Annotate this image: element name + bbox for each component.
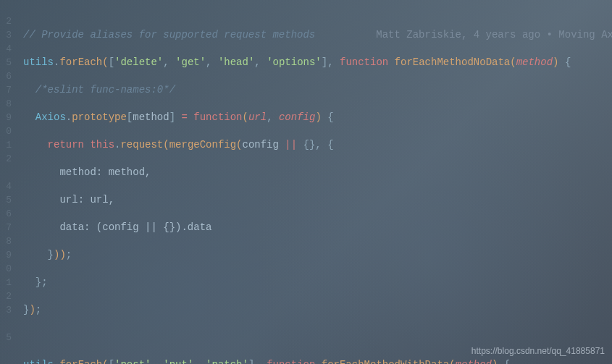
code-line: utils.forEach(['delete', 'get', 'head', …: [23, 56, 612, 69]
git-blame: Matt Zabriskie, 4 years ago • Moving Axi…: [315, 29, 612, 41]
code-line: }));: [23, 248, 612, 262]
line-number: 2: [0, 289, 12, 303]
code-editor: 2 3 4 5 6 7 8 9 0 1 2 4 5 6 7 8 9 0 1 2 …: [0, 0, 612, 364]
line-number: 6: [0, 69, 12, 83]
line-number: 1: [0, 138, 12, 152]
line-number: 8: [0, 234, 12, 248]
line-number: 7: [0, 83, 12, 97]
line-number: [0, 166, 12, 179]
line-number: 4: [0, 179, 12, 193]
code-line: /*eslint func-names:0*/: [23, 83, 612, 97]
code-line: // Provide aliases for supported request…: [23, 28, 612, 42]
line-number: 6: [0, 207, 12, 221]
line-number: 4: [0, 42, 12, 56]
line-number: 1: [0, 276, 12, 289]
line-number: 0: [0, 262, 12, 276]
line-number: 5: [0, 193, 12, 207]
line-number: 5: [0, 56, 12, 69]
code-line: });: [23, 303, 612, 317]
code-content[interactable]: // Provide aliases for supported request…: [13, 0, 612, 364]
line-number: 8: [0, 97, 12, 111]
line-number: 0: [0, 124, 12, 138]
watermark-text: https://blog.csdn.net/qq_41885871: [471, 344, 605, 358]
line-number: 3: [0, 303, 12, 317]
line-number: 5: [0, 331, 12, 344]
code-line: [23, 331, 612, 344]
line-gutter: 2 3 4 5 6 7 8 9 0 1 2 4 5 6 7 8 9 0 1 2 …: [0, 0, 13, 364]
code-line: method: method,: [23, 166, 612, 179]
code-line: data: (config || {}).data: [23, 221, 612, 234]
line-number: 2: [0, 152, 12, 166]
code-line: return this.request(mergeConfig(config |…: [23, 138, 612, 152]
code-line: url: url,: [23, 193, 612, 207]
line-number: 7: [0, 221, 12, 234]
line-number: 3: [0, 28, 12, 42]
line-number: 9: [0, 111, 12, 124]
line-number: [0, 317, 12, 331]
line-number: 2: [0, 14, 12, 28]
comment-text: // Provide aliases for supported request…: [23, 29, 315, 41]
line-number: 9: [0, 248, 12, 262]
code-line: utils.forEach(['post', 'put', 'patch'], …: [23, 358, 612, 364]
code-line: };: [23, 276, 612, 289]
code-line: Axios.prototype[method] = function(url, …: [23, 111, 612, 124]
